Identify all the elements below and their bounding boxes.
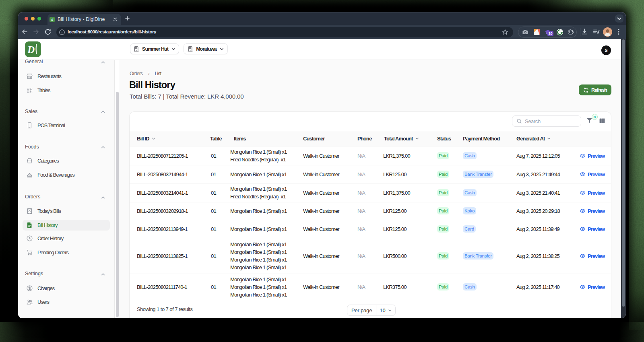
svg-text:D: D <box>27 44 35 55</box>
